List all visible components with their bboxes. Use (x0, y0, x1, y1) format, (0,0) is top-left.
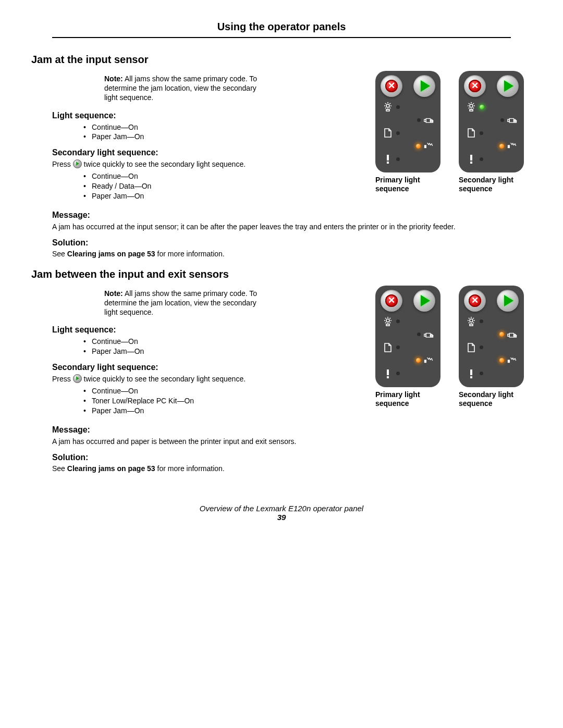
toner-led (417, 118, 421, 122)
section-heading-2: Jam between the input and exit sensors (31, 268, 532, 280)
svg-line-8 (385, 108, 386, 109)
message-heading-1: Message: (52, 211, 532, 220)
paper-led (396, 131, 400, 135)
note-1: Note: All jams show the same primary cod… (104, 74, 261, 103)
paper-icon (466, 342, 483, 353)
solution-link: Clearing jams on page 53 (67, 250, 155, 258)
error-led (480, 157, 483, 161)
paper-icon (383, 342, 400, 353)
secondary-caption-2: Secondary light sequence (459, 390, 532, 408)
note-2: Note: All jams show the same primary cod… (104, 289, 261, 317)
svg-line-58 (473, 318, 474, 319)
list-item: Ready / Data—On (83, 181, 365, 191)
svg-line-23 (473, 108, 474, 109)
light-seq-list-1: Continue—On Paper Jam—On (83, 122, 365, 142)
svg-rect-28 (509, 119, 513, 123)
list-item: Continue—On (83, 386, 365, 396)
error-icon (466, 154, 483, 164)
secondary-seq-heading-1: Secondary light sequence: (52, 148, 365, 157)
solution-after: for more information. (155, 250, 225, 258)
svg-line-22 (469, 103, 470, 104)
ready-led (396, 319, 400, 323)
solution-before: See (52, 464, 67, 473)
ready-led (480, 105, 484, 109)
ready-icon (383, 316, 400, 327)
section-heading-1: Jam at the input sensor (31, 54, 532, 66)
svg-rect-32 (470, 155, 472, 161)
light-seq-heading-2: Light sequence: (52, 325, 365, 335)
footer-text: Overview of the Lexmark E120n operator p… (31, 504, 532, 513)
primary-panel-2 (375, 286, 440, 387)
svg-rect-9 (386, 109, 389, 111)
svg-rect-65 (508, 360, 510, 363)
cancel-button-icon (464, 290, 486, 312)
list-item: Paper Jam—On (83, 191, 365, 201)
continue-button-icon (413, 75, 435, 97)
go-button-icon (73, 159, 82, 168)
note-label: Note: (104, 75, 123, 83)
list-item: Continue—On (83, 337, 365, 347)
jam-led (499, 144, 504, 149)
page-number: 39 (31, 513, 532, 522)
secondary-panel-2 (459, 286, 524, 387)
svg-point-34 (386, 319, 389, 322)
go-button-icon (73, 374, 82, 383)
press-before: Press (52, 160, 73, 168)
solution-after: for more information. (155, 464, 225, 473)
svg-line-56 (469, 318, 470, 319)
continue-button-icon (497, 75, 519, 97)
press-before: Press (52, 375, 73, 383)
paper-icon (383, 128, 400, 138)
svg-line-40 (390, 322, 391, 323)
svg-rect-31 (508, 145, 510, 148)
toner-led (500, 118, 504, 122)
message-text-1: A jam has occurred at the input sensor; … (52, 222, 511, 232)
jam-icon (499, 141, 518, 151)
toner-led (417, 332, 421, 336)
svg-line-39 (385, 318, 386, 319)
primary-caption-2: Primary light sequence (375, 390, 448, 408)
primary-panel-1 (375, 71, 440, 172)
press-after: twice quickly to see the secondary light… (82, 160, 246, 168)
svg-rect-67 (470, 376, 472, 378)
svg-rect-16 (387, 162, 389, 164)
secondary-panel-1 (459, 71, 524, 172)
paper-icon (466, 128, 483, 138)
svg-line-6 (390, 108, 391, 109)
jam-led (416, 358, 421, 363)
paper-led (396, 346, 400, 349)
error-led (480, 372, 483, 375)
svg-point-0 (386, 104, 389, 107)
page-title: Using the operator panels (52, 21, 511, 38)
solution-link: Clearing jams on page 53 (67, 464, 155, 473)
solution-text-1: See Clearing jams on page 53 for more in… (52, 250, 532, 258)
toner-led (499, 332, 504, 337)
error-led (396, 372, 400, 375)
svg-rect-15 (387, 155, 389, 161)
svg-rect-26 (470, 109, 473, 111)
svg-rect-48 (424, 360, 426, 363)
svg-line-24 (473, 103, 474, 104)
toner-icon (499, 329, 518, 340)
toner-icon (417, 115, 434, 125)
svg-point-51 (470, 319, 473, 322)
svg-rect-49 (387, 369, 389, 375)
ready-led (480, 319, 483, 323)
svg-line-25 (469, 108, 470, 109)
paper-led (480, 346, 483, 349)
svg-rect-14 (424, 145, 426, 148)
list-item: Paper Jam—On (83, 132, 365, 142)
svg-line-57 (473, 322, 474, 323)
error-icon (383, 368, 400, 379)
light-seq-heading-1: Light sequence: (52, 111, 365, 120)
solution-text-2: See Clearing jams on page 53 for more in… (52, 464, 532, 473)
solution-heading-1: Solution: (52, 238, 532, 248)
svg-rect-45 (426, 333, 430, 337)
svg-rect-11 (426, 119, 430, 123)
press-after: twice quickly to see the secondary light… (82, 375, 246, 383)
continue-button-icon (497, 290, 519, 312)
error-icon (383, 154, 400, 164)
svg-rect-33 (470, 162, 472, 164)
ready-icon (466, 102, 484, 112)
message-heading-2: Message: (52, 425, 532, 435)
